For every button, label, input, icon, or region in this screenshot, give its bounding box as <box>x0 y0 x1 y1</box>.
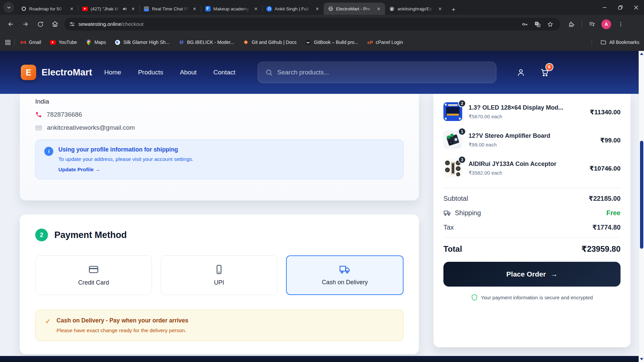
item-name: 1.3? OLED 128×64 Display Mod... <box>469 104 564 111</box>
tab-roadmap[interactable]: Roadmap for 50 ✕ <box>17 3 78 15</box>
tab-makeup-academy[interactable]: F Makeup academy ✕ <box>201 3 262 15</box>
close-icon[interactable]: ✕ <box>253 6 259 12</box>
tab-ankit-singh[interactable]: Ankit Singh | Full ✕ <box>262 3 324 15</box>
tab-search-button[interactable] <box>3 2 14 13</box>
bookmark-git-github[interactable]: Git and Github | Docs <box>243 39 297 45</box>
smartphone-icon <box>214 264 224 275</box>
bookmark-gmail[interactable]: Gmail <box>20 39 41 45</box>
all-bookmarks-button[interactable]: All Bookmarks <box>592 39 639 46</box>
url-path: /checkout <box>121 21 144 27</box>
shipping-truck-icon <box>443 210 451 216</box>
window-controls <box>597 0 644 15</box>
extensions-icon[interactable] <box>565 18 578 31</box>
payment-method-card: 2 Payment Method Credit Card UPI Cash on… <box>20 215 419 354</box>
item-name: AIDIRui JY133A Coin Acceptor <box>469 161 556 168</box>
close-window-button[interactable] <box>628 0 644 15</box>
nav-about[interactable]: About <box>180 69 197 76</box>
password-key-icon[interactable] <box>519 19 530 29</box>
home-button[interactable] <box>49 18 61 31</box>
tab-title: Ankit Singh | Full <box>275 6 312 11</box>
scroll-up-arrow[interactable] <box>640 53 643 55</box>
bookmarks-bar: Gmail YouTube Maps Silk Glamor High Sh..… <box>0 34 644 51</box>
payment-option-cod[interactable]: Cash on Delivery <box>286 255 404 295</box>
minimize-button[interactable] <box>597 0 612 15</box>
place-order-label: Place Order <box>506 270 546 278</box>
bookmark-gitbook[interactable]: GitBook – Build pro... <box>305 39 358 45</box>
toolbar-right-cluster: A <box>564 18 628 31</box>
menu-kebab-icon[interactable] <box>614 18 627 31</box>
bookmarks-separator <box>14 39 15 46</box>
address-bar[interactable]: sewatesting.online/checkout G <box>64 18 560 31</box>
bookmark-bgibelick[interactable]: BG.IBELICK - Moder... <box>178 39 234 45</box>
secure-payment-note: Your payment information is secure and e… <box>443 294 621 301</box>
tab-title: ElectroMart - Pre <box>336 6 373 11</box>
speaker-icon[interactable] <box>122 6 127 11</box>
site-settings-icon[interactable] <box>69 21 75 27</box>
place-order-button[interactable]: Place Order → <box>443 262 621 287</box>
bookmark-label: Silk Glamor High Sh... <box>123 40 170 45</box>
subtotal-label: Subtotal <box>443 195 468 202</box>
forward-button[interactable] <box>19 18 32 31</box>
close-icon[interactable]: ✕ <box>69 6 75 12</box>
cod-notice-text: Please have exact change ready for the d… <box>57 327 189 334</box>
nav-products[interactable]: Products <box>138 69 163 76</box>
option-label: Credit Card <box>78 279 109 286</box>
close-icon[interactable]: ✕ <box>130 6 136 12</box>
nav-home[interactable]: Home <box>104 69 121 76</box>
account-icon[interactable] <box>517 68 525 77</box>
url-text[interactable]: sewatesting.online/checkout <box>78 21 517 27</box>
summary-divider <box>443 188 621 188</box>
tab-realtime-chat[interactable]: Real Time Chat Pi ✕ <box>140 3 201 15</box>
notice-text: To update your address, please visit you… <box>58 156 193 162</box>
payment-option-credit-card[interactable]: Credit Card <box>35 255 152 295</box>
translate-icon[interactable]: G <box>532 19 543 29</box>
reload-button[interactable] <box>34 18 47 31</box>
close-icon[interactable]: ✕ <box>192 6 198 12</box>
nav-contact[interactable]: Contact <box>213 69 235 76</box>
profile-avatar[interactable]: A <box>601 19 611 29</box>
bookmark-silk-glamor[interactable]: Silk Glamor High Sh... <box>115 39 170 45</box>
product-search[interactable] <box>258 62 496 83</box>
close-icon[interactable]: ✕ <box>437 6 443 12</box>
tab-github[interactable]: ankitsinghrajp/Ec ✕ <box>385 3 446 15</box>
facebook-icon: F <box>205 6 211 12</box>
bookmark-cpanel[interactable]: cPcPanel Login <box>367 39 403 45</box>
tab-electromart-active[interactable]: ElectroMart - Pre ✕ <box>324 3 385 15</box>
bookmark-star-icon[interactable] <box>545 19 555 29</box>
page-scrollbar[interactable] <box>639 51 644 362</box>
item-line-total: ₹11340.00 <box>590 108 621 116</box>
electromart-logo[interactable]: E <box>21 65 36 80</box>
brand-name[interactable]: ElectroMart <box>42 67 92 78</box>
bookmark-maps[interactable]: Maps <box>86 39 106 45</box>
payment-option-upi[interactable]: UPI <box>161 255 277 295</box>
back-button[interactable] <box>4 18 17 31</box>
info-icon: i <box>44 147 53 156</box>
all-bookmarks-label: All Bookmarks <box>609 40 639 45</box>
scroll-down-arrow[interactable] <box>640 358 643 360</box>
truck-icon <box>339 264 351 275</box>
apps-grid-icon[interactable] <box>5 39 11 46</box>
bookmarks-separator <box>592 39 592 46</box>
scrollbar-thumb[interactable] <box>640 141 643 249</box>
item-line-total: ₹10746.00 <box>590 165 621 172</box>
close-icon[interactable]: ✕ <box>376 6 382 12</box>
tab-youtube[interactable]: (427) "Jhak M ✕ <box>78 3 140 15</box>
bookmark-label: Maps <box>95 40 106 45</box>
close-icon[interactable]: ✕ <box>314 6 320 12</box>
site-nav: Home Products About Contact <box>104 69 235 76</box>
bookmark-youtube[interactable]: YouTube <box>50 39 77 45</box>
restore-button[interactable] <box>612 0 628 15</box>
update-profile-link[interactable]: Update Profile → <box>58 167 100 173</box>
payment-heading: Payment Method <box>54 230 127 240</box>
shipping-info-card: India 7828736686 ankitcreativeworks@gmai… <box>20 94 419 200</box>
gmail-icon <box>20 39 26 45</box>
cart-icon[interactable]: 6 <box>540 68 549 77</box>
profile-shipping-notice: i Using your profile information for shi… <box>35 139 404 179</box>
notice-title: Using your profile information for shipp… <box>58 146 193 153</box>
subtotal-row: Subtotal ₹22185.00 <box>443 191 621 206</box>
reading-list-icon[interactable] <box>586 18 598 31</box>
url-domain: sewatesting.online <box>78 21 121 27</box>
new-tab-button[interactable]: + <box>448 5 459 15</box>
search-input[interactable] <box>277 69 489 76</box>
shipping-value: Free <box>606 209 621 217</box>
